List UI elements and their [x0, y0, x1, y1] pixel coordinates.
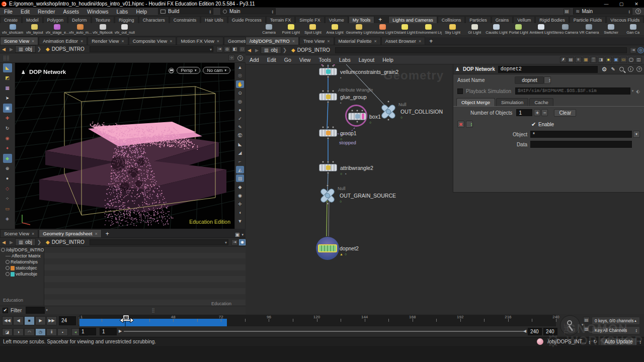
desktop-selector[interactable]: Build ▴▾ — [158, 8, 213, 15]
param-tab-simulation[interactable]: Simulation — [496, 98, 528, 106]
path-root-chip[interactable]: ▦obj — [15, 238, 36, 246]
sticky-note-icon[interactable]: ■ — [605, 57, 612, 63]
key-nav-icon[interactable]: • — [57, 328, 68, 336]
shelf-tab-guide-process[interactable]: Guide Process — [228, 16, 266, 23]
handles-icon[interactable]: ✚ — [3, 114, 12, 123]
range-slider-track[interactable] — [124, 331, 524, 332]
shelf-tab-terrain-fx[interactable]: Terrain FX — [266, 16, 295, 23]
shelf-tool-distant-light[interactable]: Distant Light — [393, 23, 416, 36]
range-end2-input[interactable]: 240 — [543, 328, 557, 335]
shelf-tool-vfx-out-null[interactable]: vfx_out_null — [114, 23, 136, 36]
gear-icon[interactable]: ⚙ — [602, 66, 607, 73]
close-tab-icon[interactable]: × — [32, 39, 34, 44]
normals-display-icon[interactable]: ✓ — [236, 115, 244, 122]
remove-instance-button[interactable]: − — [541, 109, 548, 116]
scroll-down-icon[interactable]: ▼ — [236, 217, 244, 225]
expand-icon[interactable] — [6, 260, 10, 264]
shelf-tool-vfx-stage-e-[interactable]: vfx_stage_e... — [46, 23, 69, 36]
shelf-tool-sky-light[interactable]: Sky Light — [442, 23, 464, 36]
snap-multi-icon[interactable]: ⁘ — [3, 194, 12, 203]
timeline-ruler[interactable]: 124487296120144168192216240 — [79, 315, 556, 326]
shelf-tool-caustic-light[interactable]: Caustic Light — [486, 23, 508, 36]
keys-info-button[interactable]: 0 keys, 0/0 channels▲ — [592, 317, 640, 325]
point-numbers-icon[interactable]: ⑫ — [236, 132, 244, 139]
menu-edit[interactable]: Edit — [17, 9, 34, 15]
go-start-button[interactable]: ◀◀ — [2, 316, 13, 325]
render-region-icon[interactable]: ▨ — [236, 174, 244, 182]
shelf-tab-particles[interactable]: Particles — [465, 16, 491, 23]
nav-forward-icon[interactable]: ▶ — [8, 240, 15, 245]
shelf-tool-spot-light[interactable]: Spot Light — [302, 23, 324, 36]
misc-tool-icon[interactable]: ◈ — [3, 214, 12, 223]
shelf-tab-rigid-bodies[interactable]: Rigid Bodies — [535, 16, 569, 23]
network-menu-help[interactable]: Help — [378, 57, 397, 63]
translate-icon[interactable]: ↻ — [3, 124, 12, 133]
play-reverse-button[interactable]: ◀ — [13, 316, 24, 325]
shelf-tab-grains[interactable]: Grains — [492, 16, 513, 23]
scroll-up-icon[interactable]: ▲ — [236, 63, 244, 71]
shelf-tool-vr-camera[interactable]: VR Camera — [578, 23, 600, 36]
nav-forward-icon[interactable]: ▶ — [8, 47, 15, 52]
display-particles-icon[interactable]: ◭ — [236, 166, 244, 173]
menu-windows[interactable]: Windows — [83, 9, 113, 15]
background-image-icon[interactable]: ▣ — [613, 57, 619, 63]
snap-point-icon[interactable]: ◇ — [3, 184, 12, 193]
shelf-tool-geometry-light[interactable]: Geometry Light — [346, 23, 371, 36]
pane-tab-composite-view[interactable]: Composite View× — [129, 37, 177, 45]
playback-path-input[interactable]: $HIP/sim/$HIPNAME.$OS.$SF.sim — [515, 87, 630, 95]
vector-display-icon[interactable]: ✎ — [236, 123, 244, 131]
shelf-tab-create[interactable]: Create — [0, 16, 22, 23]
close-tab-icon[interactable]: × — [80, 39, 83, 44]
find-node-icon[interactable]: ◯ — [628, 57, 634, 63]
prim-numbers-icon[interactable]: ◢ — [236, 149, 244, 156]
material-preview-sphere-icon[interactable] — [537, 338, 543, 345]
tick-marks-icon[interactable]: ⅱ — [46, 328, 57, 336]
close-tab-icon[interactable]: × — [121, 39, 124, 44]
ruler-icon[interactable]: ⌐ — [236, 157, 244, 165]
new-tab-button[interactable]: + — [375, 16, 385, 23]
expand-icon[interactable] — [6, 266, 10, 270]
pin-pane-icon[interactable]: ⇥ — [630, 47, 636, 53]
close-tab-icon[interactable]: × — [419, 39, 421, 44]
tree-item[interactable]: Affector Matrix — [0, 253, 44, 259]
param-tab-cache[interactable]: Cache — [529, 98, 553, 106]
grid-layout-icon[interactable]: ▒ — [590, 57, 597, 63]
nav-back-icon[interactable]: ◀ — [0, 240, 8, 245]
network-menu-layout[interactable]: Layout — [355, 57, 379, 63]
radial-menu-button-icon[interactable]: ◎ — [224, 46, 230, 52]
range-end-input[interactable]: 240 — [528, 328, 542, 335]
shelf-tool-environment-light[interactable]: Environment Light — [416, 23, 442, 36]
expand-icon[interactable] — [6, 272, 10, 276]
asset-name-select[interactable]: dopnet — [515, 76, 544, 84]
menu-labs[interactable]: Labs — [113, 9, 132, 15]
shelf-tab-deform[interactable]: Deform — [68, 16, 91, 23]
path-field[interactable] — [335, 47, 627, 53]
menu-file[interactable]: File — [0, 9, 17, 15]
drag-handle-icon[interactable]: ⣿⣿ — [3, 55, 10, 60]
pin-pane-icon[interactable]: ⇥ — [231, 239, 238, 245]
pane-split-icon[interactable]: ▣ — [235, 232, 239, 237]
param-tab-object-merge[interactable]: Object Merge — [456, 98, 495, 106]
new-tab-button[interactable]: + — [102, 230, 113, 237]
pane-tab-tree-view[interactable]: Tree View× — [299, 37, 334, 45]
snap-options-icon[interactable]: ⁘ — [228, 55, 235, 61]
viewport-help-icon[interactable]: ? — [237, 55, 243, 61]
play-button[interactable]: ▶ — [35, 316, 46, 325]
brush-icon[interactable]: ✎ — [611, 66, 615, 72]
shelf-tool-gan-ca[interactable]: Gan Ca — [622, 23, 644, 36]
delete-entry-button[interactable]: ✖ — [457, 121, 464, 128]
range-slider-left-handle[interactable]: ▶ — [119, 329, 122, 333]
menu-render[interactable]: Render — [34, 9, 59, 15]
snapshot-icon[interactable]: ◧ — [231, 46, 238, 52]
pane-tab-asset-browser[interactable]: Asset Browser× — [381, 37, 426, 45]
select-arrow-icon[interactable]: ➤ — [3, 94, 12, 103]
shelf-tab-particle-fluids[interactable]: Particle Fluids — [570, 16, 606, 23]
new-tab-button[interactable]: + — [426, 38, 436, 45]
pane-tab-scene-view[interactable]: Scene View× — [0, 229, 38, 237]
prev-key-button[interactable]: ◂ — [71, 328, 79, 336]
dome-display-icon[interactable]: ◖ — [236, 209, 244, 216]
view-zoom-icon[interactable]: ⊙ — [236, 89, 244, 97]
help-icon[interactable]: ? — [635, 9, 641, 14]
axis-display-icon[interactable]: ✛ — [236, 200, 244, 208]
display-objects-icon[interactable]: ◩ — [3, 73, 12, 82]
